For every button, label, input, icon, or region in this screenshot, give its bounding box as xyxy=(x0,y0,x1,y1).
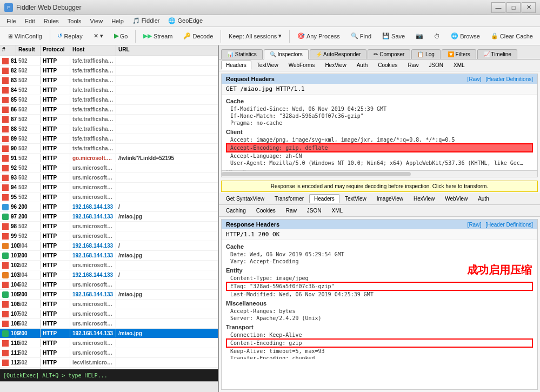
session-row[interactable]: 86 502 HTTP tsfe.trafficshaping.d... xyxy=(0,105,218,115)
session-row[interactable]: 98 502 HTTP urs.microsoft.com:44... xyxy=(0,222,218,231)
session-row[interactable]: 110 502 HTTP urs.microsoft.com:44... xyxy=(0,338,218,348)
raw-link[interactable]: [Raw] xyxy=(468,76,482,82)
res-tab-json[interactable]: JSON xyxy=(302,206,326,215)
menu-view[interactable]: View xyxy=(86,17,108,25)
header-defs-link[interactable]: [Header Definitions] xyxy=(485,76,533,82)
res-tab-xml[interactable]: XML xyxy=(327,206,348,215)
req-tab-cookies[interactable]: Cookies xyxy=(373,61,402,70)
go-button[interactable]: ▶ Go xyxy=(109,30,133,42)
session-row[interactable]: 100 304 HTTP 192.168.144.133 / xyxy=(0,241,218,251)
tab-autoresponder[interactable]: ⚡ AutoResponder xyxy=(310,49,367,59)
tab-timeline[interactable]: 📈 Timeline xyxy=(477,49,517,59)
session-row[interactable]: 96 200 HTTP 192.168.144.133 / xyxy=(0,202,218,212)
res-tab-hexview[interactable]: HexView xyxy=(409,194,439,203)
session-row[interactable]: 83 502 HTTP tsfe.trafficshaping.d... xyxy=(0,76,218,85)
browse-button[interactable]: 🌐 Browse xyxy=(446,30,485,42)
res-tab-caching[interactable]: Caching xyxy=(221,206,251,215)
winconfig-button[interactable]: 🖥 WinConfig xyxy=(2,31,47,42)
row-protocol: HTTP xyxy=(41,261,70,269)
session-row[interactable]: 90 502 HTTP tsfe.trafficshaping.d... xyxy=(0,144,218,154)
res-tab-imageview[interactable]: ImageView xyxy=(372,194,408,203)
session-row[interactable]: 109 200 HTTP 192.168.144.133 /miao.jpg xyxy=(0,329,218,338)
session-row[interactable]: 112 502 HTTP iecvlist.microsoft.c... xyxy=(0,358,218,368)
session-row[interactable]: 106 502 HTTP urs.microsoft.com:44... xyxy=(0,300,218,309)
any-process-button[interactable]: 🎯 Any Process xyxy=(292,30,345,42)
req-tab-hexview[interactable]: HexView xyxy=(320,61,351,70)
menu-rules[interactable]: Rules xyxy=(39,17,63,25)
session-row[interactable]: 84 502 HTTP tsfe.trafficshaping.d... xyxy=(0,85,218,95)
req-tab-webforms[interactable]: WebForms xyxy=(284,61,320,70)
snapshot-button[interactable]: 📷 xyxy=(411,30,428,42)
session-row[interactable]: 95 502 HTTP urs.microsoft.com:44... xyxy=(0,192,218,202)
session-row[interactable]: 105 200 HTTP 192.168.144.133 /miao.jpg xyxy=(0,290,218,300)
timer-button[interactable]: ⏱ xyxy=(429,31,445,42)
res-tab-headers[interactable]: Headers xyxy=(309,194,339,203)
menu-geoedge[interactable]: 🌐 GeoEdge xyxy=(164,16,207,25)
res-tab-transformer[interactable]: Transformer xyxy=(270,194,309,203)
res-header-defs-link[interactable]: [Header Definitions] xyxy=(485,222,533,228)
transform-banner[interactable]: Response is encoded and may require deco… xyxy=(221,181,538,192)
session-row[interactable]: 81 502 HTTP tsfe.trafficshaping.d... xyxy=(0,56,218,66)
req-tab-auth[interactable]: Auth xyxy=(352,61,373,70)
close-button[interactable]: ✕ xyxy=(522,2,536,13)
res-tab-raw[interactable]: Raw xyxy=(281,206,302,215)
res-tab-auth[interactable]: Auth xyxy=(473,194,494,203)
session-row[interactable]: 102 502 HTTP urs.microsoft.com:44... xyxy=(0,261,218,270)
delete-button[interactable]: ✕▾ xyxy=(89,30,108,42)
session-row[interactable]: 88 502 HTTP tsfe.trafficshaping.d... xyxy=(0,124,218,134)
session-row[interactable]: 87 502 HTTP tsfe.trafficshaping.d... xyxy=(0,115,218,124)
tab-composer[interactable]: ✏ Composer xyxy=(368,49,410,59)
req-tab-raw[interactable]: Raw xyxy=(403,61,423,70)
request-scrollbar[interactable] xyxy=(222,170,537,177)
session-row[interactable]: 104 502 HTTP urs.microsoft.com:44... xyxy=(0,280,218,290)
minimize-button[interactable]: — xyxy=(491,2,505,13)
session-row[interactable]: 92 502 HTTP urs.microsoft.com:44... xyxy=(0,163,218,173)
tab-inspectors[interactable]: 🔍 Inspectors xyxy=(264,49,309,59)
row-result: 502 xyxy=(16,76,41,84)
session-row[interactable]: 107 502 HTTP urs.microsoft.com:44... xyxy=(0,309,218,319)
tab-statistics[interactable]: 📊 Statistics xyxy=(221,49,263,59)
res-tab-webview[interactable]: WebView xyxy=(440,194,472,203)
session-row[interactable]: 97 200 HTTP 192.168.144.133 /miao.jpg xyxy=(0,212,218,222)
menu-help[interactable]: Help xyxy=(107,17,128,25)
menu-edit[interactable]: Edit xyxy=(21,17,39,25)
menu-file[interactable]: File xyxy=(2,17,21,25)
session-row[interactable]: 111 502 HTTP urs.microsoft.com:44... xyxy=(0,348,218,358)
res-tab-syntaxview[interactable]: Get SyntaxView xyxy=(221,194,269,203)
stream-button[interactable]: ▶▶ Stream xyxy=(138,30,177,42)
clear-cache-button[interactable]: 🔒 Clear Cache xyxy=(486,30,538,42)
session-list[interactable]: 81 502 HTTP tsfe.trafficshaping.d... 82 … xyxy=(0,56,218,369)
req-tab-json[interactable]: JSON xyxy=(424,61,448,70)
row-host: 192.168.144.133 xyxy=(70,242,116,250)
req-tab-headers[interactable]: Headers xyxy=(221,61,251,70)
session-row[interactable]: 93 502 HTTP urs.microsoft.com:44... xyxy=(0,173,218,183)
decode-button[interactable]: 🔑 Decode xyxy=(178,30,218,42)
session-row[interactable]: 94 502 HTTP urs.microsoft.com:44... xyxy=(0,183,218,192)
save-button[interactable]: 💾 Save xyxy=(377,30,410,42)
keep-button[interactable]: Keep: All sessions ▾ xyxy=(224,30,286,42)
row-host: iecvlist.microsoft.c... xyxy=(70,358,116,367)
res-raw-link[interactable]: [Raw] xyxy=(468,222,482,228)
tab-filters[interactable]: 🔽 Filters xyxy=(442,49,476,59)
session-row[interactable]: 99 502 HTTP urs.microsoft.com:44... xyxy=(0,231,218,241)
find-button[interactable]: 🔍 Find xyxy=(346,30,376,42)
row-protocol: HTTP xyxy=(41,144,70,152)
menu-fiddler[interactable]: 🎵 Fiddler xyxy=(128,16,164,25)
session-row[interactable]: 108 502 HTTP urs.microsoft.com:44... xyxy=(0,319,218,329)
res-tab-textview[interactable]: TextView xyxy=(340,194,371,203)
res-tab-cookies[interactable]: Cookies xyxy=(251,206,281,215)
session-row[interactable]: 89 502 HTTP tsfe.trafficshaping.d... xyxy=(0,134,218,144)
req-tab-xml[interactable]: XML xyxy=(449,61,470,70)
tab-log[interactable]: 📋 Log xyxy=(411,49,440,59)
session-row[interactable]: 91 502 HTTP go.microsoft.com /fwlink/?Li… xyxy=(0,154,218,163)
req-tab-textview[interactable]: TextView xyxy=(252,61,283,70)
session-row[interactable]: 101 200 HTTP 192.168.144.133 /miao.jpg xyxy=(0,251,218,261)
replay-button[interactable]: ↺ Replay xyxy=(52,30,87,42)
session-row[interactable]: 82 502 HTTP tsfe.trafficshaping.d... xyxy=(0,66,218,76)
cache-header-3: Pragma: no-cache xyxy=(226,119,533,127)
menu-tools[interactable]: Tools xyxy=(63,17,86,25)
session-row[interactable]: 103 304 HTTP 192.168.144.133 / xyxy=(0,270,218,280)
maximize-button[interactable]: □ xyxy=(506,2,521,13)
session-row[interactable]: 85 502 HTTP tsfe.trafficshaping.d... xyxy=(0,95,218,105)
res-lastmod-header: Last-Modified: Wed, 06 Nov 2019 04:25:39… xyxy=(226,291,533,298)
